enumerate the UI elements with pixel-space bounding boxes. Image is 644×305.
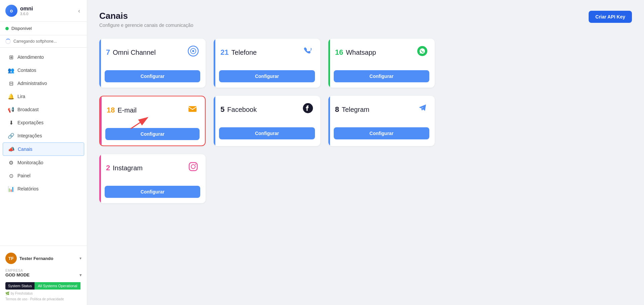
card-inner-instagram: 2 Instagram	[99, 154, 206, 186]
status-dot	[5, 27, 9, 30]
card-name-whatsapp: Whatsapp	[346, 49, 376, 56]
page-title: Canais	[99, 11, 193, 21]
channel-card-telefone: 21 Telefone Configurar	[214, 39, 320, 88]
system-status-label: System Status	[5, 282, 35, 290]
channel-card-email: 18 E-mail Configurar	[99, 96, 206, 146]
card-top-whatsapp: 16 Whatsapp	[335, 45, 428, 59]
card-name-email: E-mail	[117, 106, 137, 114]
configure-button-email[interactable]: Configurar	[105, 128, 200, 140]
main-content: Canais Configure e gerencie canais de co…	[87, 0, 644, 305]
configure-button-telegram[interactable]: Configurar	[334, 127, 429, 139]
softphone-spinner	[5, 39, 11, 44]
footer-links: Termos de uso · Política de privacidade	[5, 297, 82, 301]
card-title-row-email: 18 E-mail	[107, 106, 137, 115]
sidebar-item-label: Administrativo	[17, 81, 47, 86]
card-border-omni	[99, 39, 101, 88]
sidebar-item-label: Painel	[17, 173, 31, 178]
sidebar-item-broadcast[interactable]: 📢 Broadcast	[3, 103, 84, 116]
channel-card-facebook: 5 Facebook Configurar	[214, 96, 320, 146]
app-name: omni	[20, 6, 33, 12]
card-name-facebook: Facebook	[227, 106, 257, 114]
user-info[interactable]: TF Tester Fernando ▾	[5, 250, 82, 267]
channel-card-whatsapp: 16 Whatsapp Configurar	[328, 39, 435, 88]
monitoracao-icon: ⚙	[8, 160, 14, 166]
terms-link[interactable]: Termos de uso	[5, 297, 28, 301]
configure-button-telefone[interactable]: Configurar	[219, 70, 315, 82]
card-top-omni: 7 Omni Channel	[106, 45, 199, 59]
card-name-instagram: Instagram	[113, 164, 143, 172]
freshstatus-label: 🌿 by Freshstatus	[5, 291, 82, 296]
create-api-button[interactable]: Criar API Key	[589, 11, 632, 23]
page-title-block: Canais Configure e gerencie canais de co…	[99, 11, 193, 28]
app-version: 3.6.0	[20, 12, 33, 16]
status-bar: Disponível	[0, 22, 87, 35]
lira-icon: 🔔	[8, 93, 14, 99]
card-icon-omni	[187, 45, 199, 59]
status-label: Disponível	[11, 26, 32, 31]
broadcast-icon: 📢	[8, 106, 14, 113]
freshstatus-icon: 🌿	[5, 292, 9, 295]
sidebar-item-administrativo[interactable]: ⊟ Administrativo	[3, 77, 84, 90]
card-count-facebook: 5	[220, 105, 224, 114]
configure-button-omni[interactable]: Configurar	[105, 70, 200, 82]
card-name-omni: Omni Channel	[113, 49, 156, 56]
card-icon-telegram	[417, 102, 428, 117]
card-icon-email	[187, 103, 198, 117]
system-status-value: All Systems Operational	[35, 282, 80, 290]
system-status-bar[interactable]: System Status All Systems Operational	[5, 282, 82, 290]
svg-point-8	[195, 164, 196, 165]
sidebar-item-relatorios[interactable]: 📊 Relatórios	[3, 182, 84, 195]
card-count-telefone: 21	[220, 48, 228, 57]
sidebar-item-contatos[interactable]: 👥 Contatos	[3, 64, 84, 77]
card-inner-omni: 7 Omni Channel	[99, 39, 206, 70]
sidebar-item-label: Broadcast	[17, 107, 39, 112]
sidebar-footer: TF Tester Fernando ▾ EMPRESA GOD MODE ▾ …	[0, 246, 87, 305]
card-inner-email: 18 E-mail	[100, 96, 205, 128]
sidebar-item-canais[interactable]: 📣 Canais	[3, 142, 84, 156]
channel-card-telegram: 8 Telegram Configurar	[328, 96, 435, 146]
softphone-text: Carregando softphone...	[13, 39, 57, 44]
sidebar-item-label: Lira	[17, 94, 25, 99]
relatorios-icon: 📊	[8, 186, 14, 192]
sidebar-item-integracoes[interactable]: 🔗 Integrações	[3, 129, 84, 142]
card-title-row-facebook: 5 Facebook	[220, 105, 257, 114]
card-title-row-telegram: 8 Telegram	[335, 105, 370, 114]
card-top-email: 18 E-mail	[107, 103, 198, 117]
configure-button-whatsapp[interactable]: Configurar	[334, 70, 429, 82]
sidebar: o omni 3.6.0 ‹ Disponível Carregando sof…	[0, 0, 87, 305]
company-name: GOD MODE ▾	[5, 272, 82, 277]
company-label: EMPRESA	[5, 269, 82, 272]
company-info[interactable]: EMPRESA GOD MODE ▾	[5, 267, 82, 279]
card-count-instagram: 2	[106, 164, 110, 172]
card-icon-instagram	[187, 161, 199, 175]
avatar: TF	[5, 253, 17, 264]
collapse-button[interactable]: ‹	[77, 6, 82, 16]
card-count-whatsapp: 16	[335, 48, 343, 57]
card-border-whatsapp	[328, 39, 330, 88]
sidebar-item-exportacoes[interactable]: ⬇ Exportações	[3, 116, 84, 129]
card-icon-telefone	[302, 45, 314, 59]
user-name: Tester Fernando	[19, 256, 77, 261]
sidebar-item-atendimento[interactable]: ⊞ Atendimento	[3, 51, 84, 63]
card-count-omni: 7	[106, 48, 110, 57]
page-header: Canais Configure e gerencie canais de co…	[99, 11, 632, 28]
company-chevron-icon: ▾	[79, 273, 82, 277]
softphone-bar: Carregando softphone...	[0, 35, 87, 48]
card-icon-whatsapp	[417, 45, 428, 59]
sidebar-item-lira[interactable]: 🔔 Lira	[3, 90, 84, 103]
configure-button-instagram[interactable]: Configurar	[105, 186, 200, 198]
logo-text-block: omni 3.6.0	[20, 6, 33, 16]
card-border-telegram	[328, 96, 330, 146]
card-top-facebook: 5 Facebook	[220, 102, 313, 117]
sidebar-item-monitoracao[interactable]: ⚙ Monitoração	[3, 156, 84, 169]
privacy-link[interactable]: Política de privacidade	[30, 297, 64, 301]
sidebar-item-painel[interactable]: ⊙ Painel	[3, 169, 84, 182]
sidebar-item-label: Contatos	[17, 68, 36, 73]
card-top-telegram: 8 Telegram	[335, 102, 428, 117]
configure-button-facebook[interactable]: Configurar	[219, 127, 315, 139]
channel-card-instagram: 2 Instagram Configurar	[99, 154, 206, 203]
card-inner-facebook: 5 Facebook	[214, 96, 320, 127]
atendimento-icon: ⊞	[8, 54, 14, 60]
sidebar-item-label: Integrações	[17, 133, 42, 138]
integracoes-icon: 🔗	[8, 133, 14, 139]
